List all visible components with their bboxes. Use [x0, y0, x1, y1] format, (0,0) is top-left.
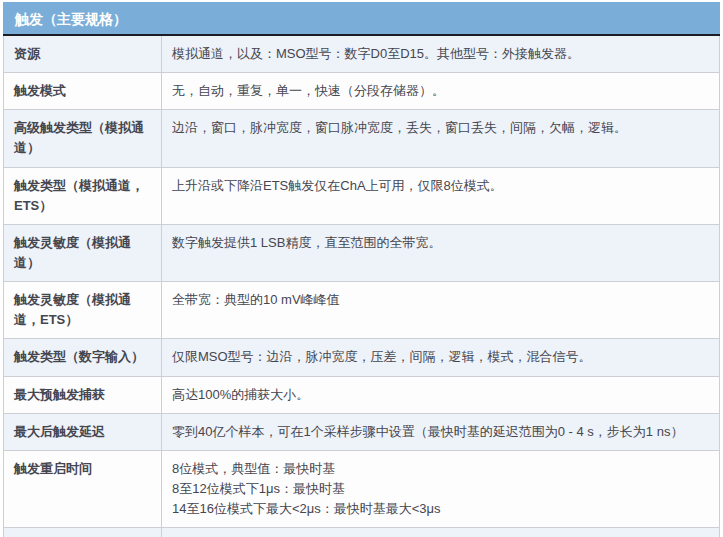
- spec-value: 全带宽：典型的10 mV峰峰值: [162, 282, 719, 338]
- spec-value: 零到40亿个样本，可在1个采样步骤中设置（最快时基的延迟范围为0 - 4 s，步…: [162, 414, 719, 450]
- spec-label: 最大预触发捕获: [4, 377, 162, 413]
- spec-value: 上升沿或下降沿ETS触发仅在ChA上可用，仅限8位模式。: [162, 168, 719, 224]
- spec-label: 最大后触发延迟: [4, 414, 162, 450]
- trigger-spec-table: 触发（主要规格） 资源 模拟通道，以及：MSO型号：数字D0至D15。其他型号：…: [3, 2, 720, 537]
- spec-rows: 资源 模拟通道，以及：MSO型号：数字D0至D15。其他型号：外接触发器。 触发…: [3, 36, 720, 537]
- spec-label: 触发灵敏度（模拟通道，ETS）: [4, 282, 162, 338]
- table-row: 最大触发率 10 ms突发，8位模式下的10 000个波形: [4, 527, 719, 537]
- spec-value: 无，自动，重复，单一，快速（分段存储器）。: [162, 73, 719, 109]
- table-title: 触发（主要规格）: [3, 2, 720, 36]
- table-row: 触发类型（模拟通道，ETS） 上升沿或下降沿ETS触发仅在ChA上可用，仅限8位…: [4, 167, 719, 224]
- spec-label: 最大触发率: [4, 528, 162, 537]
- spec-label: 高级触发类型（模拟通道）: [4, 110, 162, 166]
- table-row: 触发类型（数字输入） 仅限MSO型号：边沿，脉冲宽度，压差，间隔，逻辑，模式，混…: [4, 338, 719, 375]
- spec-value: 模拟通道，以及：MSO型号：数字D0至D15。其他型号：外接触发器。: [162, 36, 719, 72]
- table-row: 最大预触发捕获 高达100%的捕获大小。: [4, 376, 719, 413]
- spec-value: 8位模式，典型值：最快时基 8至12位模式下1μs：最快时基 14至16位模式下…: [162, 451, 719, 527]
- spec-value: 仅限MSO型号：边沿，脉冲宽度，压差，间隔，逻辑，模式，混合信号。: [162, 339, 719, 375]
- spec-label: 资源: [4, 36, 162, 72]
- table-row: 触发重启时间 8位模式，典型值：最快时基 8至12位模式下1μs：最快时基 14…: [4, 450, 719, 527]
- spec-label: 触发重启时间: [4, 451, 162, 527]
- spec-value: 边沿，窗口，脉冲宽度，窗口脉冲宽度，丢失，窗口丢失，间隔，欠幅，逻辑。: [162, 110, 719, 166]
- table-row: 触发灵敏度（模拟通道） 数字触发提供1 LSB精度，直至范围的全带宽。: [4, 224, 719, 281]
- spec-value: 数字触发提供1 LSB精度，直至范围的全带宽。: [162, 225, 719, 281]
- table-row: 资源 模拟通道，以及：MSO型号：数字D0至D15。其他型号：外接触发器。: [4, 36, 719, 72]
- table-row: 最大后触发延迟 零到40亿个样本，可在1个采样步骤中设置（最快时基的延迟范围为0…: [4, 413, 719, 450]
- spec-value: 高达100%的捕获大小。: [162, 377, 719, 413]
- spec-label: 触发类型（模拟通道，ETS）: [4, 168, 162, 224]
- table-row: 触发模式 无，自动，重复，单一，快速（分段存储器）。: [4, 72, 719, 109]
- spec-value: 10 ms突发，8位模式下的10 000个波形: [162, 528, 719, 537]
- table-row: 触发灵敏度（模拟通道，ETS） 全带宽：典型的10 mV峰峰值: [4, 281, 719, 338]
- table-row: 高级触发类型（模拟通道） 边沿，窗口，脉冲宽度，窗口脉冲宽度，丢失，窗口丢失，间…: [4, 109, 719, 166]
- spec-label: 触发模式: [4, 73, 162, 109]
- spec-label: 触发类型（数字输入）: [4, 339, 162, 375]
- spec-label: 触发灵敏度（模拟通道）: [4, 225, 162, 281]
